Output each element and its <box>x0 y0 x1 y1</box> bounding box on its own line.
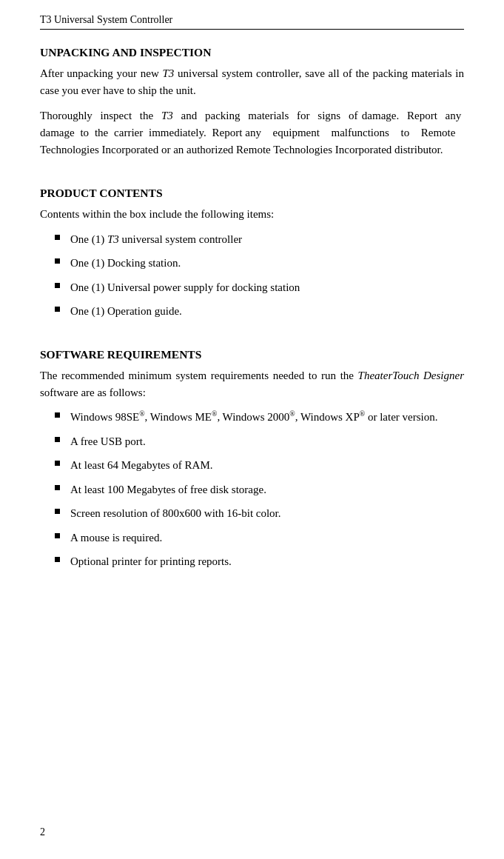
bullet-icon <box>55 258 60 264</box>
list-item: One (1) Docking station. <box>55 255 464 272</box>
header-title: T3 Universal System Controller <box>40 14 172 25</box>
list-item: Windows 98SE®, Windows ME®, Windows 2000… <box>55 409 464 426</box>
unpacking-title: UNPACKING AND INSPECTION <box>40 46 464 59</box>
list-item-text: A mouse is required. <box>70 529 464 547</box>
theatertouch-italic: TheaterTouch Designer <box>358 370 464 381</box>
product-contents-intro: Contents within the box include the foll… <box>40 206 464 223</box>
bullet-icon <box>55 235 60 240</box>
software-requirements-list: Windows 98SE®, Windows ME®, Windows 2000… <box>40 409 464 570</box>
bullet-icon <box>55 557 60 562</box>
list-item: A mouse is required. <box>55 529 464 547</box>
list-item: Optional printer for printing reports. <box>55 553 464 570</box>
bullet-icon <box>55 437 60 442</box>
software-requirements-title: SOFTWARE REQUIREMENTS <box>40 348 464 361</box>
list-item: At least 100 Megabytes of free disk stor… <box>55 481 464 498</box>
product-contents-section: PRODUCT CONTENTS Contents within the box… <box>40 187 464 319</box>
list-item-text: One (1) Universal power supply for docki… <box>70 279 464 296</box>
bullet-icon <box>55 533 60 538</box>
bullet-icon <box>55 412 60 418</box>
unpacking-section: UNPACKING AND INSPECTION After unpacking… <box>40 46 464 158</box>
list-item: One (1) Operation guide. <box>55 303 464 320</box>
list-item-text: Screen resolution of 800x600 with 16-bit… <box>70 505 464 522</box>
t3-italic-2: T3 <box>161 110 173 121</box>
t3-italic-3: T3 <box>107 233 119 245</box>
software-requirements-section: SOFTWARE REQUIREMENTS The recommended mi… <box>40 348 464 570</box>
unpacking-para2: Thoroughly inspect the T3 and packing ma… <box>40 107 464 159</box>
list-item: Screen resolution of 800x600 with 16-bit… <box>55 505 464 522</box>
list-item-text: Windows 98SE®, Windows ME®, Windows 2000… <box>70 409 464 426</box>
list-item: One (1) T3 universal system controller <box>55 231 464 248</box>
list-item-text: A free USB port. <box>70 433 464 450</box>
list-item-text: At least 100 Megabytes of free disk stor… <box>70 481 464 498</box>
bullet-icon <box>55 461 60 466</box>
product-contents-list: One (1) T3 universal system controller O… <box>40 231 464 320</box>
page-header: T3 Universal System Controller <box>40 13 464 30</box>
product-contents-title: PRODUCT CONTENTS <box>40 187 464 200</box>
bullet-icon <box>55 485 60 490</box>
list-item-text: One (1) Operation guide. <box>70 303 464 320</box>
unpacking-para1: After unpacking your new T3 universal sy… <box>40 65 464 100</box>
t3-italic-1: T3 <box>162 67 174 79</box>
bullet-icon <box>55 283 60 288</box>
list-item: At least 64 Megabytes of RAM. <box>55 457 464 474</box>
software-requirements-intro: The recommended minimum system requireme… <box>40 367 464 402</box>
list-item-text: One (1) Docking station. <box>70 255 464 272</box>
bullet-icon <box>55 307 60 312</box>
bullet-icon <box>55 509 60 514</box>
list-item: A free USB port. <box>55 433 464 450</box>
list-item-text: At least 64 Megabytes of RAM. <box>70 457 464 474</box>
list-item-text: Optional printer for printing reports. <box>70 553 464 570</box>
list-item: One (1) Universal power supply for docki… <box>55 279 464 296</box>
page-number: 2 <box>40 826 45 838</box>
list-item-text: One (1) T3 universal system controller <box>70 231 464 248</box>
